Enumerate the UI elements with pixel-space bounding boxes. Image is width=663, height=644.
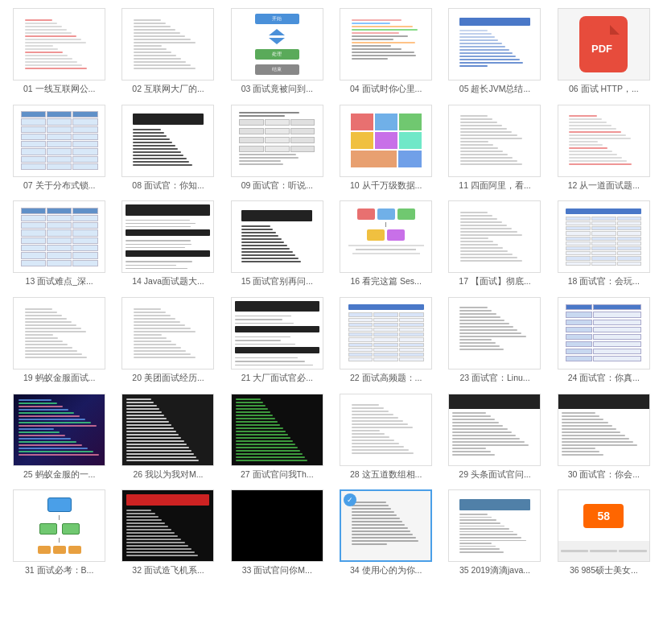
file-label-33: 33 面试官问你M...	[231, 565, 323, 576]
file-item-30[interactable]: 30 面试官：你会...	[553, 394, 655, 481]
thumbnail-9	[231, 105, 323, 177]
file-item-1[interactable]: 01 一线互联网公...	[8, 8, 110, 95]
file-label-31: 31 面试必考：B...	[13, 565, 105, 576]
file-item-29[interactable]: 29 头条面试官问...	[443, 394, 546, 481]
thumbnail-27	[231, 394, 323, 466]
thumbnail-17	[448, 200, 541, 273]
file-label-9: 09 面试官：听说...	[231, 180, 323, 192]
thumbnail-12	[558, 105, 650, 177]
file-label-27: 27 面试官问我Th...	[231, 469, 323, 481]
thumbnail-6: PDF	[558, 8, 650, 80]
file-label-11: 11 四面阿里，看...	[448, 180, 541, 192]
file-item-32[interactable]: 32 面试造飞机系...	[117, 489, 219, 576]
thumbnail-31	[13, 489, 105, 562]
thumbnail-34: ✓	[340, 489, 432, 562]
thumbnail-1	[13, 8, 105, 80]
file-item-31[interactable]: 31 面试必考：B...	[8, 489, 110, 576]
file-item-24[interactable]: 24 面试官：你真...	[553, 297, 655, 384]
thumbnail-5	[448, 8, 541, 80]
file-label-4: 04 面试时你心里...	[340, 84, 432, 95]
file-item-35[interactable]: 35 2019滴滴java...	[443, 489, 546, 576]
file-label-16: 16 看完这篇 Ses...	[340, 276, 432, 287]
file-label-5: 05 超长JVM总结...	[448, 84, 541, 95]
file-item-18[interactable]: 18 面试官：会玩...	[553, 200, 655, 287]
thumbnail-21	[231, 297, 323, 369]
file-label-2: 02 互联网大厂的...	[121, 84, 214, 95]
file-item-10[interactable]: 10 从千万级数据...	[335, 105, 437, 192]
thumbnail-13	[13, 200, 105, 273]
thumbnail-10	[340, 105, 432, 177]
file-label-35: 35 2019滴滴java...	[448, 565, 541, 576]
file-item-33[interactable]: 33 面试官问你M...	[226, 489, 328, 576]
file-item-21[interactable]: 21 大厂面试官必...	[226, 297, 328, 384]
thumbnail-24	[558, 297, 650, 369]
file-label-36: 36 985硕士美女...	[558, 565, 650, 576]
file-item-12[interactable]: 12 从一道面试题...	[553, 105, 655, 192]
file-label-14: 14 Java面试题大...	[121, 276, 214, 287]
thumbnail-22	[340, 297, 432, 369]
file-item-20[interactable]: 20 美团面试经历...	[117, 297, 219, 384]
file-item-23[interactable]: 23 面试官：Linu...	[443, 297, 546, 384]
file-item-22[interactable]: 22 面试高频题：...	[335, 297, 437, 384]
file-item-17[interactable]: 17 【面试】彻底...	[443, 200, 546, 287]
thumbnail-28	[340, 394, 432, 466]
thumbnail-23	[448, 297, 541, 369]
file-label-18: 18 面试官：会玩...	[558, 276, 650, 287]
thumbnail-11	[448, 105, 541, 177]
file-label-32: 32 面试造飞机系...	[121, 565, 214, 576]
thumbnail-20	[121, 297, 214, 369]
thumbnail-14	[121, 200, 214, 273]
thumbnail-18	[558, 200, 650, 273]
file-item-7[interactable]: 07 关于分布式锁...	[8, 105, 110, 192]
file-item-4[interactable]: 04 面试时你心里...	[335, 8, 437, 95]
thumbnail-26	[121, 394, 214, 466]
file-label-13: 13 面试难点_深...	[13, 276, 105, 287]
thumbnail-36: 58	[558, 489, 650, 562]
file-item-9[interactable]: 09 面试官：听说...	[226, 105, 328, 192]
file-item-16[interactable]: 16 看完这篇 Ses...	[335, 200, 437, 287]
thumbnail-35	[448, 489, 541, 562]
file-label-23: 23 面试官：Linu...	[448, 373, 541, 384]
thumbnail-3: 开始 处理 结束	[231, 8, 323, 80]
file-label-15: 15 面试官别再问...	[231, 276, 323, 287]
file-label-34: 34 使用心的为你...	[340, 565, 432, 576]
file-item-19[interactable]: 19 蚂蚁金服面试...	[8, 297, 110, 384]
file-item-26[interactable]: 26 我以为我对M...	[117, 394, 219, 481]
svg-text:PDF: PDF	[591, 43, 612, 55]
file-label-26: 26 我以为我对M...	[121, 469, 214, 481]
thumbnail-7	[13, 105, 105, 177]
file-item-3[interactable]: 开始 处理 结束 03 面试竟被问到...	[226, 8, 328, 95]
thumbnail-4	[340, 8, 432, 80]
thumbnail-16	[340, 200, 432, 273]
file-label-22: 22 面试高频题：...	[340, 373, 432, 384]
file-label-19: 19 蚂蚁金服面试...	[13, 373, 105, 384]
file-item-6[interactable]: PDF 06 面试 HTTP，...	[553, 8, 655, 95]
file-item-25[interactable]: 25 蚂蚁金服的一...	[8, 394, 110, 481]
file-item-34[interactable]: ✓ 34 使用心的为你...	[335, 489, 437, 576]
file-item-14[interactable]: 14 Java面试题大...	[117, 200, 219, 287]
file-label-21: 21 大厂面试官必...	[231, 373, 323, 384]
thumbnail-15	[231, 200, 323, 273]
file-label-24: 24 面试官：你真...	[558, 373, 650, 384]
file-label-17: 17 【面试】彻底...	[448, 276, 541, 287]
pdf-icon: PDF	[579, 16, 628, 72]
file-label-30: 30 面试官：你会...	[558, 469, 650, 481]
file-label-1: 01 一线互联网公...	[13, 84, 105, 95]
thumbnail-33	[231, 489, 323, 562]
file-item-11[interactable]: 11 四面阿里，看...	[443, 105, 546, 192]
file-item-28[interactable]: 28 这五道数组相...	[335, 394, 437, 481]
thumbnail-29	[448, 394, 541, 466]
file-label-29: 29 头条面试官问...	[448, 469, 541, 481]
file-item-15[interactable]: 15 面试官别再问...	[226, 200, 328, 287]
thumbnail-2	[121, 8, 214, 80]
thumbnail-19	[13, 297, 105, 369]
file-label-25: 25 蚂蚁金服的一...	[13, 469, 105, 481]
file-item-5[interactable]: 05 超长JVM总结...	[443, 8, 546, 95]
file-item-2[interactable]: 02 互联网大厂的...	[117, 8, 219, 95]
file-item-13[interactable]: 13 面试难点_深...	[8, 200, 110, 287]
file-item-27[interactable]: 27 面试官问我Th...	[226, 394, 328, 481]
file-item-36[interactable]: 58 36 985硕士美女...	[553, 489, 655, 576]
file-label-8: 08 面试官：你知...	[121, 180, 214, 192]
file-item-8[interactable]: 08 面试官：你知...	[117, 105, 219, 192]
thumbnail-32	[121, 489, 214, 562]
